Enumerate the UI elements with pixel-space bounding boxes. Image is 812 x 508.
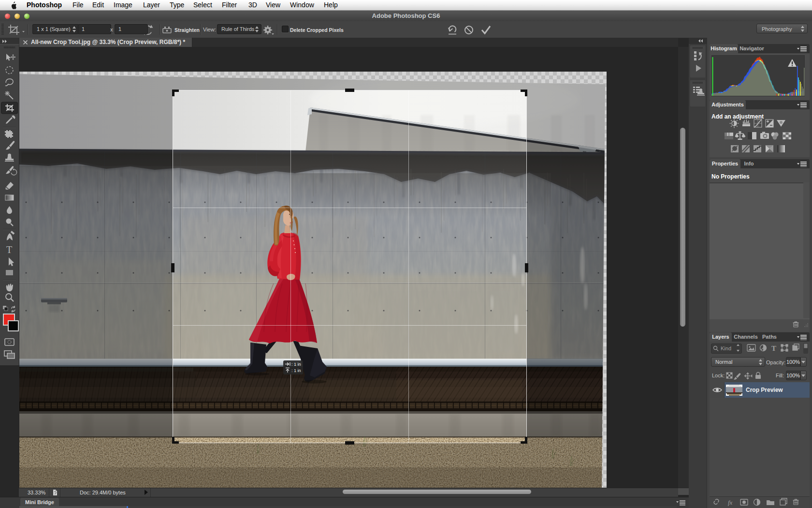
svg-text:T: T — [6, 244, 12, 255]
svg-text:fx: fx — [728, 499, 733, 506]
svg-text:Kind: Kind — [721, 345, 731, 351]
svg-text:T: T — [771, 344, 776, 352]
svg-text:: 1 in: : 1 in — [291, 362, 301, 367]
svg-text:: 1 in: : 1 in — [291, 368, 301, 373]
